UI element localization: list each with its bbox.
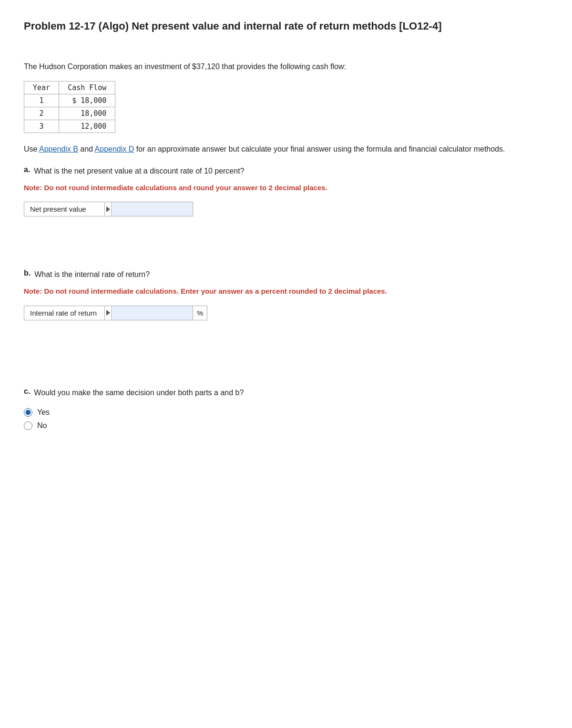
col-header-cashflow: Cash Flow <box>59 81 115 94</box>
appendix-d-link[interactable]: Appendix D <box>95 145 134 153</box>
appendix-b-link[interactable]: Appendix B <box>39 145 78 153</box>
percent-suffix: % <box>193 306 207 320</box>
appendix-text: Use Appendix B and Appendix D for an app… <box>24 144 548 155</box>
question-a-input-cell <box>105 202 193 216</box>
table-cell-cashflow: 18,000 <box>59 107 115 120</box>
table-cell-year: 2 <box>24 107 59 120</box>
question-a-label: a. <box>24 165 30 174</box>
question-a-arrow[interactable] <box>105 202 112 216</box>
page-title: Problem 12-17 (Algo) Net present value a… <box>24 19 548 33</box>
question-b-answer-row: Internal rate of return % <box>24 306 548 320</box>
table-cell-year: 1 <box>24 94 59 107</box>
radio-yes-item[interactable]: Yes <box>24 408 548 417</box>
col-header-year: Year <box>24 81 59 94</box>
radio-no-label: No <box>37 421 47 430</box>
question-a-answer-row: Net present value <box>24 202 548 216</box>
intro-text: The Hudson Corporation makes an investme… <box>24 61 548 72</box>
table-row: 218,000 <box>24 107 115 120</box>
question-c-text: Would you make the same decision under b… <box>34 387 244 399</box>
radio-yes-label: Yes <box>37 408 50 417</box>
table-cell-cashflow: $ 18,000 <box>59 94 115 107</box>
question-a-note: Note: Do not round intermediate calculat… <box>24 183 548 194</box>
question-b-note: Note: Do not round intermediate calculat… <box>24 286 548 297</box>
question-a-answer-label: Net present value <box>24 202 105 216</box>
question-a-input[interactable] <box>112 202 193 216</box>
question-b-arrow[interactable] <box>105 306 112 320</box>
radio-yes[interactable] <box>24 408 32 417</box>
arrow-right-icon-b <box>106 310 110 316</box>
radio-group: Yes No <box>24 408 548 430</box>
cash-flow-table: Year Cash Flow 1$ 18,000218,000312,000 <box>24 81 115 133</box>
question-c-label: c. <box>24 387 30 396</box>
question-b-input-cell <box>105 306 193 320</box>
question-b-answer-label: Internal rate of return <box>24 306 105 320</box>
radio-no[interactable] <box>24 421 32 430</box>
question-b-block: b. What is the internal rate of return? … <box>24 269 548 368</box>
table-cell-cashflow: 12,000 <box>59 120 115 133</box>
question-b-input[interactable] <box>112 306 193 320</box>
question-b-text: What is the internal rate of return? <box>34 269 150 280</box>
question-a-block: a. What is the net present value at a di… <box>24 165 548 250</box>
table-cell-year: 3 <box>24 120 59 133</box>
question-c-block: c. Would you make the same decision unde… <box>24 387 548 430</box>
question-b-label: b. <box>24 269 31 277</box>
question-a-text: What is the net present value at a disco… <box>34 165 244 177</box>
table-row: 1$ 18,000 <box>24 94 115 107</box>
table-row: 312,000 <box>24 120 115 133</box>
arrow-right-icon <box>106 206 110 212</box>
radio-no-item[interactable]: No <box>24 421 548 430</box>
